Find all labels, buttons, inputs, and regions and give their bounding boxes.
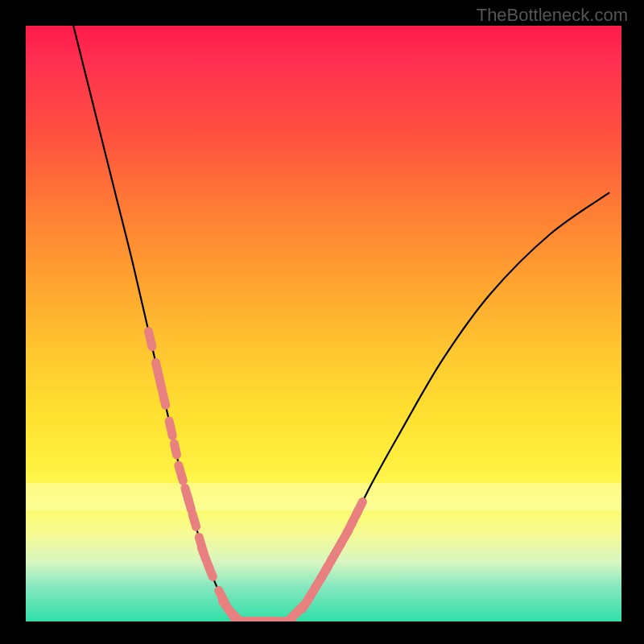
marker-capsule (149, 332, 152, 347)
marker-capsule (202, 548, 207, 560)
marker-capsule (169, 421, 172, 436)
attribution-text: TheBottleneck.com (477, 5, 628, 26)
curve-line (73, 26, 609, 621)
marker-capsule (188, 498, 191, 510)
marker-capsule (159, 376, 162, 391)
marker-capsule (192, 514, 196, 526)
plot-area (26, 26, 621, 621)
marker-capsule (179, 465, 183, 481)
data-markers (149, 332, 363, 621)
marker-capsule (174, 444, 176, 455)
chart-svg (26, 26, 621, 621)
marker-capsule (163, 394, 165, 405)
marker-capsule (208, 564, 213, 577)
marker-capsule (356, 502, 362, 515)
